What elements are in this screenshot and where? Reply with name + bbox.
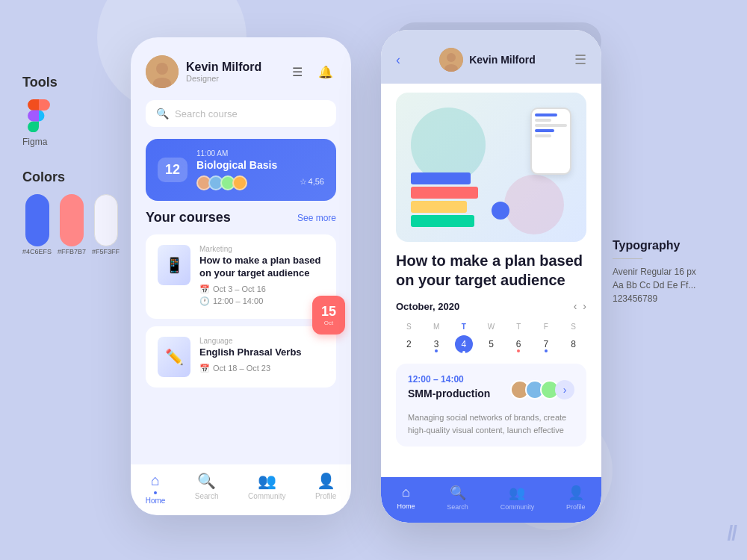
nav2-community-label: Community	[500, 503, 535, 511]
course-category-1: Marketing	[199, 245, 324, 253]
back-button[interactable]: ‹	[396, 52, 400, 68]
nav2-profile[interactable]: 👤 Profile	[566, 485, 586, 511]
nav-search-1[interactable]: 🔍 Search	[195, 472, 219, 505]
deco-circle-blue	[492, 202, 509, 220]
course-rating: ☆ 4,56	[300, 177, 324, 187]
phone2-avatar	[439, 48, 463, 72]
cal-header-m: M	[424, 320, 450, 334]
book-3	[411, 201, 467, 213]
colors-title: Colors	[22, 169, 112, 185]
nav-profile-1[interactable]: 👤 Profile	[315, 472, 336, 505]
course-card-2[interactable]: ✏️ Language English Phrasal Verbs 📅 Oct …	[146, 326, 336, 388]
book-2	[411, 187, 478, 199]
user-info: Kevin Milford Designer	[146, 55, 261, 88]
deco-circle-pink	[504, 175, 564, 234]
session-time: 12:00 – 14:00	[408, 374, 490, 385]
cal-prev-btn[interactable]: ‹	[574, 300, 577, 312]
figma-tool[interactable]: Figma	[22, 99, 112, 147]
session-description: Managing social networks of brands, crea…	[408, 411, 574, 436]
side-date-badge[interactable]: 15 Oct	[312, 296, 345, 335]
more-avatars-btn[interactable]: ›	[555, 380, 574, 399]
figma-label: Figma	[22, 137, 47, 147]
colors-section: Colors #4C6EFS #FFB7B7 #F5F3FF	[22, 169, 112, 255]
nav-home-1[interactable]: ⌂ Home	[146, 472, 166, 505]
course-category-2: Language	[199, 337, 324, 345]
course-name-1: How to make a plan based on your target …	[199, 255, 324, 280]
cal-day-5[interactable]: 5	[478, 335, 504, 353]
featured-course-card[interactable]: 12 11:00 AM Biological Basis ☆ 4,56	[146, 139, 336, 201]
phone2-bottom-nav: ⌂ Home 🔍 Search 👥 Community 👤 Profile	[381, 477, 601, 523]
cal-header-w: W	[478, 320, 504, 334]
course-time: 11:00 AM	[196, 149, 324, 158]
nav2-home[interactable]: ⌂ Home	[397, 485, 415, 511]
home-icon-2: ⌂	[402, 485, 410, 500]
bell-icon[interactable]: 🔔	[315, 61, 336, 82]
swatch-red[interactable]	[60, 194, 84, 246]
color-swatches: #4C6EFS #FFB7B7 #F5F3FF	[22, 194, 112, 255]
deco-slashes: //	[727, 521, 736, 545]
cal-header-f: F	[533, 320, 560, 334]
left-panel: Tools Figma Colors #4C6EFS #FFB7B7 #F5F3	[22, 75, 112, 261]
session-name: SMM-production	[408, 388, 490, 399]
cal-next-btn[interactable]: ›	[583, 300, 586, 312]
cal-day-3[interactable]: 3	[424, 335, 450, 353]
hero-illustration	[396, 93, 586, 242]
nav-community-1[interactable]: 👥 Community	[248, 472, 286, 505]
search-placeholder: Search course	[175, 108, 238, 119]
typography-panel: Typography Avenir Regular 16 px Aa Bb Cc…	[613, 239, 725, 305]
swatch-blue[interactable]	[25, 194, 49, 246]
cal-header-t1: T	[450, 320, 477, 334]
clock-icon-1: 🕐	[199, 296, 210, 306]
session-card[interactable]: 12:00 – 14:00 SMM-production › Managing …	[396, 364, 586, 447]
calendar-header: October, 2020 ‹ ›	[396, 300, 586, 312]
svg-point-4	[447, 53, 456, 62]
cal-day-6[interactable]: 6	[506, 335, 532, 353]
typography-font-name: Avenir Regular 16 px	[613, 265, 725, 279]
cal-day-8[interactable]: 8	[560, 335, 586, 353]
phone2-content: How to make a plan based on your target …	[381, 84, 601, 523]
user-role: Designer	[186, 74, 261, 83]
book-4	[411, 215, 474, 227]
course-date-box: 12	[158, 158, 187, 182]
tools-title: Tools	[22, 75, 112, 90]
courses-header: Your courses See more	[146, 210, 336, 225]
nav2-community[interactable]: 👥 Community	[500, 485, 535, 511]
menu-icon[interactable]: ☰	[287, 61, 308, 82]
nav2-home-label: Home	[397, 503, 415, 510]
swatch-light-label: #F5F3FF	[92, 248, 120, 255]
phone1-bottom-nav: ⌂ Home 🔍 Search 👥 Community 👤 Profile	[131, 464, 351, 515]
search-bar[interactable]: 🔍 Search course	[146, 100, 336, 127]
see-more-link[interactable]: See more	[297, 213, 336, 223]
cal-header-s1: S	[396, 320, 422, 334]
nav2-search[interactable]: 🔍 Search	[447, 485, 468, 511]
profile-icon-2: 👤	[568, 485, 584, 501]
course-title-main: Biological Basis	[196, 159, 324, 171]
cal-day-2[interactable]: 2	[396, 335, 422, 353]
nav-community-label-1: Community	[248, 492, 286, 500]
profile-icon-1: 👤	[317, 472, 335, 490]
typography-numbers: 123456789	[613, 292, 725, 305]
course-card-1[interactable]: 📱 Marketing How to make a plan based on …	[146, 234, 336, 319]
course-name-2: English Phrasal Verbs	[199, 346, 324, 359]
books-stack	[411, 172, 478, 227]
phone-1: Kevin Milford Designer ☰ 🔔 🔍 Search cour…	[131, 37, 351, 515]
search-nav-icon-1: 🔍	[197, 472, 216, 490]
phone-2: ‹ Kevin Milford ☰	[381, 30, 601, 523]
course-avatars	[196, 175, 247, 190]
phone2-menu-icon[interactable]: ☰	[574, 52, 586, 68]
calendar-grid: S M T W T F S 2 3 4 5 6 7 8	[396, 320, 586, 353]
cal-day-7[interactable]: 7	[533, 335, 560, 353]
search-icon-2: 🔍	[450, 485, 466, 501]
nav2-profile-label: Profile	[566, 503, 586, 511]
cal-day-4[interactable]: 4	[450, 335, 477, 353]
calendar-icon-2: 📅	[199, 364, 210, 373]
swatch-red-label: #FFB7B7	[58, 248, 86, 255]
phone2-user: Kevin Milford	[439, 48, 536, 72]
course-time-1: 🕐 12:00 – 14:00	[199, 296, 324, 306]
swatch-light[interactable]	[94, 194, 118, 246]
typography-sample: Aa Bb Cc Dd Ee Ff...	[613, 279, 725, 292]
book-1	[411, 172, 471, 184]
student-avatar-4	[232, 175, 247, 190]
phone1-header: Kevin Milford Designer ☰ 🔔	[146, 55, 336, 88]
course-dates-1: 📅 Oct 3 – Oct 16	[199, 284, 324, 294]
